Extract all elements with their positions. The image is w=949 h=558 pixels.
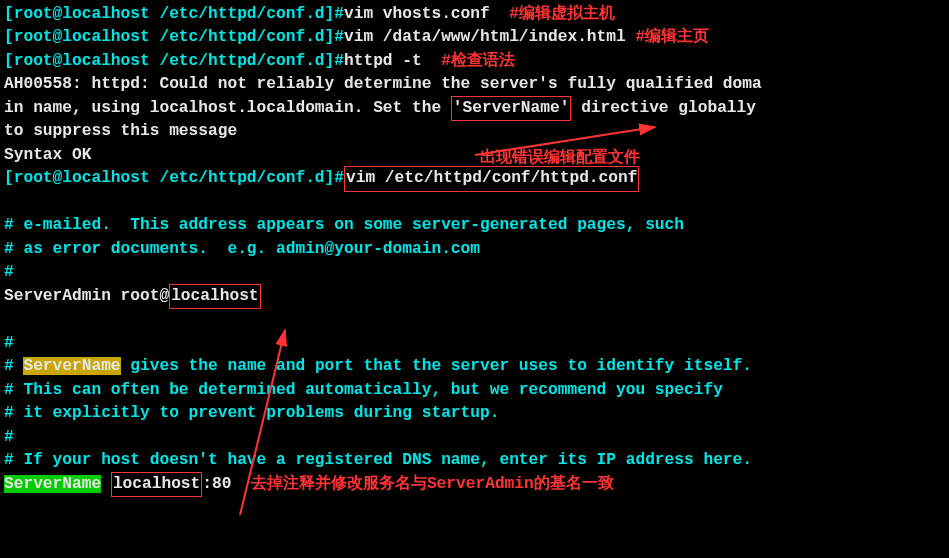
config-serveradmin: ServerAdmin root@localhost bbox=[4, 285, 945, 308]
config-comment: # it explicitly to prevent problems duri… bbox=[4, 402, 945, 425]
command-text: httpd -t bbox=[344, 52, 441, 70]
annotation-comment: #检查语法 bbox=[441, 52, 515, 70]
terminal-line-2: [root@localhost /etc/httpd/conf.d]#vim /… bbox=[4, 26, 945, 49]
localhost-box-2: localhost bbox=[111, 472, 202, 497]
localhost-box-1: localhost bbox=[169, 284, 260, 309]
blank-line bbox=[4, 191, 945, 214]
terminal-line-4: [root@localhost /etc/httpd/conf.d]#vim /… bbox=[4, 167, 945, 190]
terminal-line-1: [root@localhost /etc/httpd/conf.d]#vim v… bbox=[4, 3, 945, 26]
annotation-comment: 去掉注释并修改服务名与ServerAdmin的基名一致 bbox=[251, 475, 614, 493]
config-comment: # ServerName gives the name and port tha… bbox=[4, 355, 945, 378]
shell-prompt: [root@localhost /etc/httpd/conf.d]# bbox=[4, 52, 344, 70]
terminal-output: to suppress this message bbox=[4, 120, 945, 143]
config-comment: # as error documents. e.g. admin@your-do… bbox=[4, 238, 945, 261]
annotation-comment: #编辑主页 bbox=[635, 28, 709, 46]
error-annotation: 出现错误编辑配置文件 bbox=[480, 147, 640, 170]
config-comment: # This can often be determined automatic… bbox=[4, 379, 945, 402]
blank-line bbox=[4, 308, 945, 331]
config-comment: # e-mailed. This address appears on some… bbox=[4, 214, 945, 237]
servername-highlight: ServerName bbox=[23, 357, 120, 375]
command-text: vim vhosts.conf bbox=[344, 5, 509, 23]
command-text: vim /data/www/html/index.html bbox=[344, 28, 635, 46]
annotation-comment: #编辑虚拟主机 bbox=[509, 5, 615, 23]
config-comment: # bbox=[4, 426, 945, 449]
terminal-line-3: [root@localhost /etc/httpd/conf.d]#httpd… bbox=[4, 50, 945, 73]
config-servername: ServerName localhost:80 去掉注释并修改服务名与Serve… bbox=[4, 473, 945, 496]
terminal-output: in name, using localhost.localdomain. Se… bbox=[4, 97, 945, 120]
terminal-output: Syntax OK bbox=[4, 144, 945, 167]
shell-prompt: [root@localhost /etc/httpd/conf.d]# bbox=[4, 28, 344, 46]
config-comment: # bbox=[4, 261, 945, 284]
terminal-output: AH00558: httpd: Could not reliably deter… bbox=[4, 73, 945, 96]
config-comment: # bbox=[4, 332, 945, 355]
shell-prompt: [root@localhost /etc/httpd/conf.d]# bbox=[4, 5, 344, 23]
config-comment: # If your host doesn't have a registered… bbox=[4, 449, 945, 472]
servername-highlight-box: 'ServerName' bbox=[451, 96, 572, 121]
shell-prompt: [root@localhost /etc/httpd/conf.d]# bbox=[4, 169, 344, 187]
servername-active-highlight: ServerName bbox=[4, 475, 101, 493]
